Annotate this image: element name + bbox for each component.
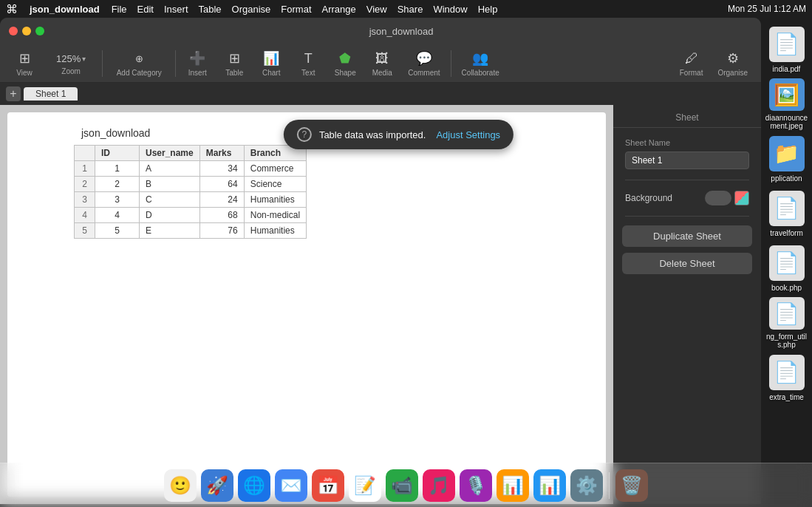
- dock-mail[interactable]: ✉️: [275, 469, 307, 502]
- format-label: Format: [680, 69, 703, 77]
- background-color-swatch[interactable]: [734, 191, 749, 205]
- menu-help[interactable]: Help: [478, 4, 498, 15]
- cell-id[interactable]: 4: [95, 208, 140, 223]
- format-button[interactable]: 🖊 Format: [672, 48, 711, 78]
- cell-branch[interactable]: Humanities: [244, 192, 306, 208]
- delete-sheet-button[interactable]: Delete Sheet: [622, 253, 752, 274]
- menu-view[interactable]: View: [366, 4, 387, 15]
- menu-edit[interactable]: Edit: [137, 4, 154, 15]
- cell-username[interactable]: E: [140, 223, 200, 239]
- desktop-icon-6[interactable]: 📄 extra_time: [765, 352, 809, 404]
- header-id: ID: [95, 146, 140, 161]
- menu-arrange[interactable]: Arrange: [322, 4, 356, 15]
- menu-format[interactable]: Format: [281, 4, 311, 15]
- cell-marks[interactable]: 76: [199, 223, 244, 239]
- add-category-button[interactable]: ⊕ Add Category: [106, 48, 172, 78]
- canvas-area[interactable]: json_download ID User_name Marks Branch …: [0, 105, 613, 504]
- cell-branch[interactable]: Humanities: [244, 223, 306, 239]
- zoom-control[interactable]: 125% ▾: [50, 52, 92, 66]
- menu-file[interactable]: File: [112, 4, 127, 15]
- cell-marks[interactable]: 64: [199, 177, 244, 192]
- zoom-chevron-icon: ▾: [82, 55, 86, 63]
- add-sheet-button[interactable]: +: [6, 86, 21, 101]
- dock-calendar[interactable]: 📅: [312, 469, 344, 502]
- cell-branch[interactable]: Non-medical: [244, 208, 306, 223]
- sheet-name-label: Sheet Name: [625, 138, 749, 147]
- app-name[interactable]: json_download: [30, 4, 100, 15]
- dock-launchpad[interactable]: 🚀: [201, 469, 233, 502]
- cell-marks[interactable]: 68: [199, 208, 244, 223]
- cell-id[interactable]: 1: [95, 161, 140, 177]
- dock-facetime[interactable]: 📹: [386, 469, 418, 502]
- dock-finder[interactable]: 🙂: [164, 469, 197, 502]
- menu-organise[interactable]: Organise: [232, 4, 271, 15]
- menu-insert[interactable]: Insert: [164, 4, 188, 15]
- menu-table[interactable]: Table: [199, 4, 222, 15]
- menu-window[interactable]: Window: [433, 4, 467, 15]
- background-label: Background: [625, 193, 672, 203]
- desktop-icon-0[interactable]: 📄 india.pdf: [765, 24, 809, 75]
- shape-button[interactable]: ⬟ Shape: [327, 48, 364, 78]
- dock-safari[interactable]: 🌐: [238, 469, 270, 502]
- cell-username[interactable]: D: [140, 208, 200, 223]
- collaborate-button[interactable]: 👥 Collaborate: [454, 48, 507, 78]
- close-button[interactable]: [9, 27, 18, 35]
- organise-label: Organise: [717, 69, 748, 77]
- dock-preferences[interactable]: ⚙️: [570, 469, 603, 502]
- cell-username[interactable]: B: [140, 177, 200, 192]
- cell-username[interactable]: A: [140, 161, 200, 177]
- cell-branch[interactable]: Science: [244, 177, 306, 192]
- desktop-icon-4[interactable]: 📄 book.php: [765, 242, 809, 294]
- chart-button[interactable]: 📊 Chart: [253, 48, 290, 78]
- table-row[interactable]: 1 1 A 34 Commerce: [75, 161, 307, 177]
- cell-marks[interactable]: 34: [199, 161, 244, 177]
- insert-button[interactable]: ➕ Insert: [179, 48, 216, 78]
- desktop-icon-3[interactable]: 📄 travelform: [765, 188, 809, 239]
- menu-share[interactable]: Share: [398, 4, 423, 15]
- cell-branch[interactable]: Commerce: [244, 161, 306, 177]
- app-window: json_download ⊞ View 125% ▾ Zoom ⊕ Add C…: [0, 18, 761, 504]
- maximize-button[interactable]: [35, 27, 44, 35]
- dock-music[interactable]: 🎵: [423, 469, 455, 502]
- comment-button[interactable]: 💬 Comment: [400, 48, 447, 78]
- media-button[interactable]: 🖼 Media: [364, 48, 400, 78]
- dock-numbers[interactable]: 📊: [497, 469, 529, 502]
- cell-username[interactable]: C: [140, 192, 200, 208]
- zoom-button[interactable]: 125% ▾ Zoom: [43, 50, 99, 77]
- sheet-tab-1[interactable]: Sheet 1: [24, 87, 78, 101]
- dock-trash[interactable]: 🗑️: [615, 469, 648, 502]
- duplicate-sheet-button[interactable]: Duplicate Sheet: [622, 225, 752, 247]
- icon-pdf-0: 📄: [769, 27, 805, 62]
- collaborate-label: Collaborate: [462, 69, 499, 77]
- sheet-name-input[interactable]: [625, 152, 749, 169]
- background-toggle[interactable]: [705, 191, 731, 205]
- table-row[interactable]: 3 3 C 24 Humanities: [75, 192, 307, 208]
- desktop-icon-label-4: book.php: [771, 284, 802, 292]
- cell-id[interactable]: 2: [95, 177, 140, 192]
- icon-pdf-6: 📄: [769, 355, 805, 390]
- desktop-icon-5[interactable]: 📄 ng_form_utils.php: [765, 297, 809, 349]
- desktop-icons: 📄 india.pdf 🖼️ diaannouncement.jpeg 📁 pp…: [761, 18, 812, 504]
- toast-notification: ? Table data was imported. Adjust Settin…: [284, 120, 514, 149]
- minimize-button[interactable]: [22, 27, 31, 35]
- apple-menu[interactable]: ⌘: [6, 2, 18, 16]
- cell-rownum: 1: [75, 161, 95, 177]
- dock-keynote[interactable]: 📊: [533, 469, 566, 502]
- organise-button[interactable]: ⚙ Organise: [710, 48, 755, 78]
- view-button[interactable]: ⊞ View: [6, 48, 43, 78]
- text-button[interactable]: T Text: [290, 48, 327, 78]
- dock-podcasts[interactable]: 🎙️: [460, 469, 492, 502]
- dock-notes[interactable]: 📝: [349, 469, 381, 502]
- desktop-icon-2[interactable]: 📁 pplication: [765, 133, 809, 185]
- cell-marks[interactable]: 24: [199, 192, 244, 208]
- desktop-icon-1[interactable]: 🖼️ diaannouncement.jpeg: [765, 78, 809, 130]
- header-username: User_name: [140, 146, 200, 161]
- table-row[interactable]: 2 2 B 64 Science: [75, 177, 307, 192]
- table-button[interactable]: ⊞ Table: [216, 48, 253, 78]
- table-row[interactable]: 5 5 E 76 Humanities: [75, 223, 307, 239]
- cell-id[interactable]: 5: [95, 223, 140, 239]
- media-label: Media: [372, 69, 392, 77]
- cell-id[interactable]: 3: [95, 192, 140, 208]
- table-row[interactable]: 4 4 D 68 Non-medical: [75, 208, 307, 223]
- toast-action-button[interactable]: Adjust Settings: [436, 129, 500, 140]
